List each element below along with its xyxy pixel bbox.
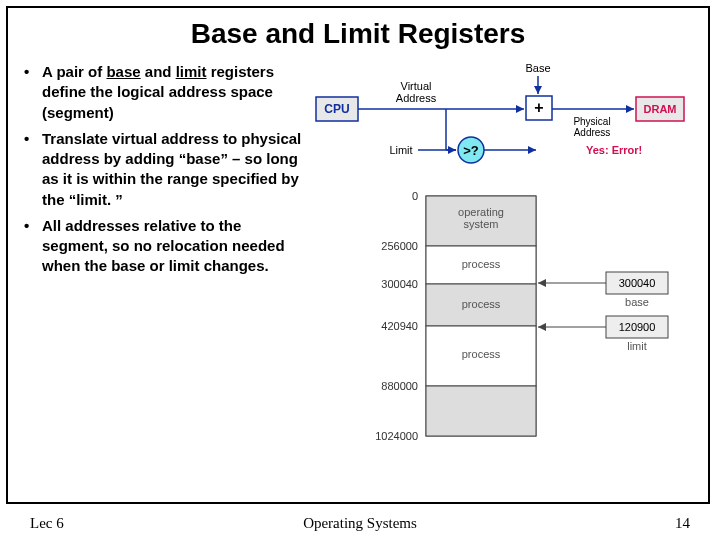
bullet-1: A pair of base and limit registers defin… — [24, 62, 306, 123]
compare-icon: >? — [463, 143, 479, 158]
memory-map-diagram: operating system process process process… — [306, 186, 696, 486]
content-row: A pair of base and limit registers defin… — [8, 62, 708, 490]
footer-center: Operating Systems — [0, 515, 720, 532]
svg-marker-25 — [538, 279, 546, 287]
bullet-3: All addresses relative to the segment, s… — [24, 216, 306, 277]
slide-frame: Base and Limit Registers A pair of base … — [6, 6, 710, 504]
svg-marker-15 — [528, 146, 536, 154]
svg-rect-21 — [426, 386, 536, 436]
tick-1: 256000 — [381, 240, 418, 252]
svg-text:system: system — [464, 218, 499, 230]
slide-title: Base and Limit Registers — [8, 18, 708, 50]
address-label: Address — [396, 92, 437, 104]
limit-caption: limit — [627, 340, 647, 352]
tick-4: 880000 — [381, 380, 418, 392]
physical-label: Physical — [573, 116, 610, 127]
svg-marker-2 — [516, 105, 524, 113]
bullet-list: A pair of base and limit registers defin… — [16, 62, 306, 490]
tick-5: 1024000 — [375, 430, 418, 442]
dram-label: DRAM — [644, 103, 677, 115]
error-label: Yes: Error! — [586, 144, 642, 156]
seg-p3: process — [462, 348, 501, 360]
bullet-2: Translate virtual address to physical ad… — [24, 129, 306, 210]
svg-marker-28 — [538, 323, 546, 331]
seg-p2: process — [462, 298, 501, 310]
svg-marker-7 — [626, 105, 634, 113]
plus-icon: + — [534, 99, 543, 116]
seg-p1: process — [462, 258, 501, 270]
base-caption: base — [625, 296, 649, 308]
svg-marker-4 — [534, 86, 542, 94]
paddress-label: Address — [574, 127, 611, 138]
virtual-label: Virtual — [401, 80, 432, 92]
base-label: Base — [525, 62, 550, 74]
seg-os: operating — [458, 206, 504, 218]
diagram-area: CPU Virtual Address Base + Physical Addr… — [306, 62, 700, 490]
tick-0: 0 — [412, 190, 418, 202]
limit-value: 120900 — [619, 321, 656, 333]
limit-label: Limit — [389, 144, 412, 156]
tick-2: 300040 — [381, 278, 418, 290]
cpu-label: CPU — [324, 102, 349, 116]
pipeline-diagram: CPU Virtual Address Base + Physical Addr… — [306, 62, 696, 182]
footer: Lec 6 Operating Systems 14 — [0, 515, 720, 532]
base-value: 300040 — [619, 277, 656, 289]
tick-3: 420940 — [381, 320, 418, 332]
